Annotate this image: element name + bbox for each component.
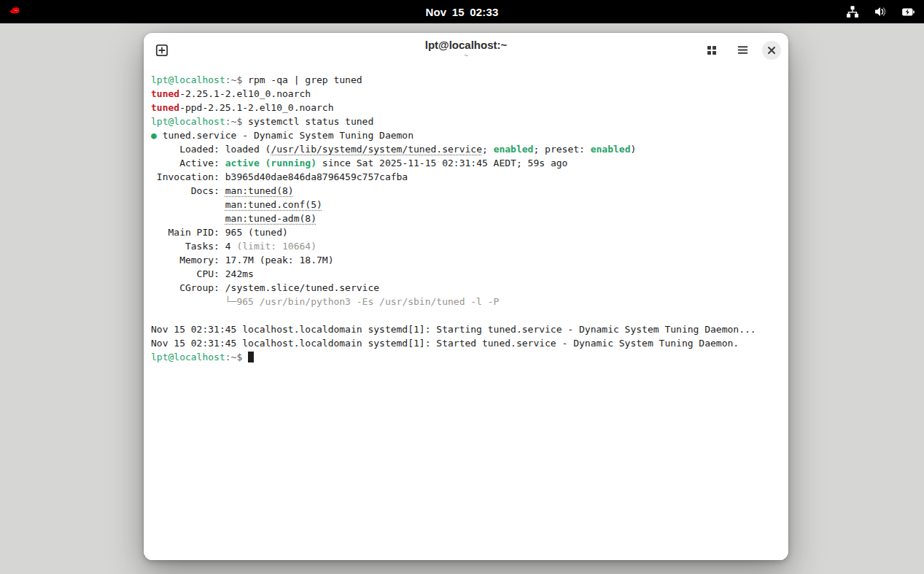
new-tab-button[interactable] — [151, 39, 173, 61]
terminal-line: Invocation: b3965d40dae846da8796459c757c… — [151, 170, 781, 184]
terminal-line: ● tuned.service - Dynamic System Tuning … — [151, 128, 781, 142]
terminal-line: CGroup: /system.slice/tuned.service — [151, 281, 781, 295]
terminal-output[interactable]: lpt@localhost:~$ rpm -qa | grep tunedtun… — [144, 67, 788, 560]
window-title-block: lpt@localhost:~ ~ — [425, 39, 508, 61]
terminal-line: Docs: man:tuned(8) — [151, 184, 781, 198]
new-tab-icon — [155, 44, 168, 57]
terminal-line: Active: active (running) since Sat 2025-… — [151, 156, 781, 170]
terminal-line: Loaded: loaded (/usr/lib/systemd/system/… — [151, 142, 781, 156]
terminal-cursor — [248, 352, 254, 362]
terminal-line: lpt@localhost:~$ systemctl status tuned — [151, 115, 781, 128]
tabs-overview-icon — [706, 44, 718, 56]
hamburger-menu-icon — [737, 44, 749, 56]
terminal-line: lpt@localhost:~$ — [151, 350, 781, 364]
terminal-titlebar[interactable]: lpt@localhost:~ ~ — [144, 33, 788, 67]
window-title: lpt@localhost:~ — [425, 39, 508, 52]
close-button[interactable] — [762, 41, 781, 60]
tabs-overview-button[interactable] — [701, 39, 723, 61]
terminal-line: Memory: 17.7M (peak: 18.7M) — [151, 253, 781, 267]
close-icon — [767, 46, 776, 55]
volume-icon[interactable] — [873, 4, 888, 19]
redhat-logo-icon[interactable] — [9, 4, 23, 19]
terminal-line: man:tuned-adm(8) — [151, 212, 781, 225]
terminal-line: lpt@localhost:~$ rpm -qa | grep tuned — [151, 73, 781, 87]
terminal-line: └─965 /usr/bin/python3 -Es /usr/sbin/tun… — [151, 295, 781, 309]
gnome-top-bar: Nov 15 02:33 — [0, 0, 924, 23]
terminal-line — [151, 309, 781, 322]
clock[interactable]: Nov 15 02:33 — [425, 0, 498, 23]
terminal-window: lpt@localhost:~ ~ — [144, 33, 788, 560]
terminal-line: Nov 15 02:31:45 localhost.localdomain sy… — [151, 322, 781, 336]
terminal-line: tuned-2.25.1-2.el10_0.noarch — [151, 87, 781, 101]
terminal-line: man:tuned.conf(5) — [151, 198, 781, 212]
network-wired-icon[interactable] — [845, 4, 860, 19]
window-subtitle: ~ — [425, 52, 508, 61]
terminal-line: Main PID: 965 (tuned) — [151, 225, 781, 239]
terminal-line: tuned-ppd-2.25.1-2.el10_0.noarch — [151, 101, 781, 115]
terminal-line: Nov 15 02:31:45 localhost.localdomain sy… — [151, 336, 781, 350]
battery-charging-icon[interactable] — [901, 4, 915, 19]
terminal-line: Tasks: 4 (limit: 10664) — [151, 239, 781, 253]
terminal-line: CPU: 242ms — [151, 267, 781, 281]
main-menu-button[interactable] — [731, 39, 753, 61]
